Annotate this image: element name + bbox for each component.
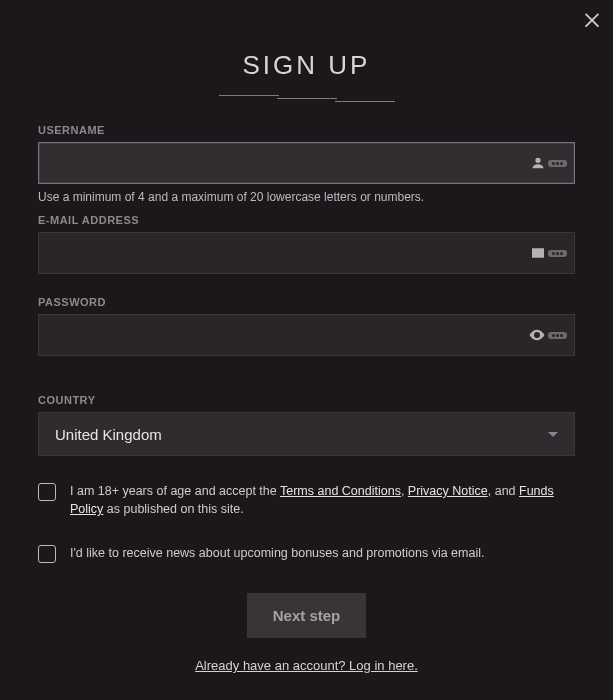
field-country: COUNTRY United Kingdom — [38, 394, 575, 456]
country-label: COUNTRY — [38, 394, 575, 406]
password-label: PASSWORD — [38, 296, 575, 308]
privacy-link[interactable]: Privacy Notice — [408, 484, 488, 498]
title-underline — [38, 95, 575, 96]
newsletter-text: I'd like to receive news about upcoming … — [70, 544, 484, 562]
next-step-button[interactable]: Next step — [247, 593, 367, 638]
password-input[interactable] — [38, 314, 575, 356]
field-password: PASSWORD — [38, 296, 575, 356]
field-email: E-MAIL ADDRESS — [38, 214, 575, 274]
email-input-wrap — [38, 232, 575, 274]
login-link[interactable]: Already have an account? Log in here. — [195, 658, 418, 673]
username-suggest-icon[interactable] — [530, 155, 567, 171]
terms-checkbox[interactable] — [38, 483, 56, 501]
terms-text: I am 18+ years of age and accept the Ter… — [70, 482, 575, 518]
close-icon[interactable] — [581, 8, 603, 30]
chevron-down-icon — [548, 432, 558, 437]
country-select[interactable]: United Kingdom — [38, 412, 575, 456]
username-label: USERNAME — [38, 124, 575, 136]
email-suggest-icon[interactable] — [530, 245, 567, 261]
terms-row: I am 18+ years of age and accept the Ter… — [38, 482, 575, 518]
username-input[interactable] — [38, 142, 575, 184]
page-title: SIGN UP — [38, 50, 575, 81]
field-username: USERNAME Use a minimum of 4 and a maximu… — [38, 124, 575, 204]
newsletter-checkbox[interactable] — [38, 545, 56, 563]
signup-modal: SIGN UP USERNAME Use a minimum of 4 and … — [0, 0, 613, 700]
login-row: Already have an account? Log in here. — [38, 656, 575, 674]
username-input-wrap — [38, 142, 575, 184]
username-hint: Use a minimum of 4 and a maximum of 20 l… — [38, 190, 575, 204]
country-value: United Kingdom — [55, 426, 162, 443]
newsletter-row: I'd like to receive news about upcoming … — [38, 544, 575, 563]
password-input-wrap — [38, 314, 575, 356]
terms-link[interactable]: Terms and Conditions — [280, 484, 401, 498]
password-reveal-icon[interactable] — [528, 326, 567, 344]
email-input[interactable] — [38, 232, 575, 274]
email-label: E-MAIL ADDRESS — [38, 214, 575, 226]
